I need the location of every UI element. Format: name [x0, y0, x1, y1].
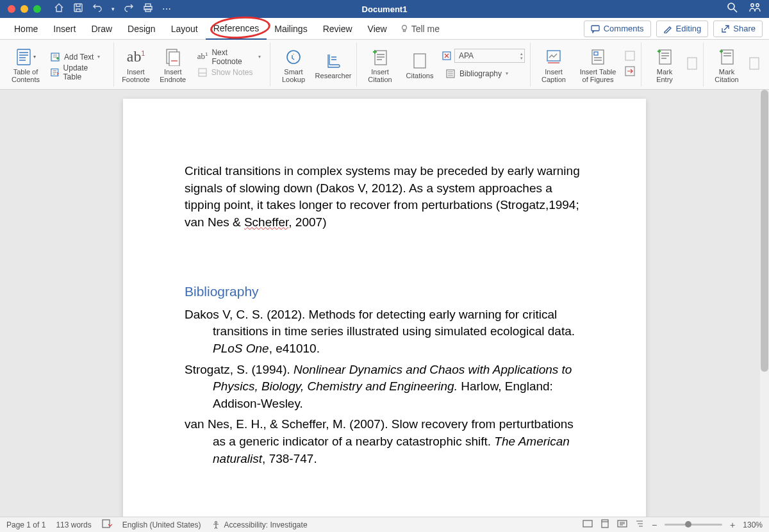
tab-view[interactable]: View — [360, 18, 395, 40]
tab-references[interactable]: References — [206, 18, 267, 40]
title-right — [727, 2, 761, 16]
update-table-button[interactable]: Update Table — [46, 65, 108, 79]
tab-design[interactable]: Design — [120, 18, 163, 40]
document-canvas[interactable]: Critical transitions in complex systems … — [0, 90, 769, 517]
svg-rect-26 — [688, 58, 697, 69]
editing-button[interactable]: Editing — [656, 21, 709, 37]
bibliography-button[interactable]: Bibliography ▾ — [442, 67, 525, 81]
print-layout-icon[interactable] — [600, 519, 609, 530]
tab-insert[interactable]: Insert — [45, 18, 83, 40]
zoom-value[interactable]: 130% — [743, 520, 763, 529]
insert-citation-label: Insert Citation — [368, 68, 392, 83]
undo-icon[interactable] — [92, 3, 103, 15]
quick-access-toolbar: ▾ ⋯ — [54, 3, 171, 15]
next-footnote-icon: ab1 — [197, 51, 208, 62]
insert-index-icon[interactable] — [686, 56, 698, 73]
mark-entry-button[interactable]: Mark Entry — [647, 44, 682, 86]
toc-label: Table of Contents — [12, 68, 40, 83]
bib-entry-2[interactable]: Strogatz, S. (1994). Nonlinear Dynamics … — [185, 362, 584, 413]
bulb-icon — [400, 24, 409, 33]
insert-toa-icon[interactable] — [748, 56, 760, 73]
comments-button[interactable]: Comments — [584, 21, 651, 37]
title-bar: ▾ ⋯ Document1 — [0, 0, 769, 18]
accessibility-status[interactable]: Accessibility: Investigate — [211, 520, 308, 529]
svg-rect-31 — [583, 520, 592, 527]
chevron-down-icon[interactable]: ▾ — [112, 6, 115, 12]
more-icon[interactable]: ⋯ — [162, 4, 171, 14]
group-citations: Insert Citation Citations APA ▴▾ Bibliog… — [357, 42, 531, 87]
cross-ference-icon[interactable] — [624, 65, 636, 79]
redo-icon[interactable] — [124, 3, 134, 15]
insert-footnote-button[interactable]: ab1 Insert Footnote — [119, 44, 153, 86]
accessibility-icon — [211, 520, 220, 529]
researcher-button[interactable]: Researcher — [315, 44, 351, 86]
home-icon[interactable] — [54, 3, 64, 15]
focus-mode-icon[interactable] — [583, 520, 593, 529]
tell-me[interactable]: Tell me — [400, 24, 440, 34]
status-language[interactable]: English (United States) — [122, 520, 201, 529]
show-notes-button[interactable]: Show Notes — [194, 65, 265, 79]
status-words[interactable]: 113 words — [56, 520, 91, 529]
status-page[interactable]: Page 1 of 1 — [6, 520, 45, 529]
scrollbar-thumb[interactable] — [761, 90, 768, 372]
svg-rect-32 — [602, 520, 608, 528]
tab-mailings[interactable]: Mailings — [267, 18, 315, 40]
zoom-out-icon[interactable]: − — [652, 520, 657, 530]
bib-entry-1[interactable]: Dakos V, C. S. (2012). Methods for detec… — [185, 306, 584, 358]
share-button[interactable]: Share — [713, 21, 763, 37]
para-text-2: , 2007) — [288, 215, 326, 229]
citation-style-combo[interactable]: APA ▴▾ — [454, 49, 525, 63]
comment-icon — [591, 24, 600, 33]
next-footnote-label: Next Footnote — [211, 48, 254, 66]
svg-rect-22 — [594, 52, 598, 55]
save-icon[interactable] — [73, 3, 83, 15]
document-page[interactable]: Critical transitions in complex systems … — [123, 99, 646, 517]
add-text-button[interactable]: Add Text ▾ — [46, 50, 108, 64]
svg-rect-13 — [169, 52, 179, 66]
svg-rect-0 — [74, 4, 82, 12]
web-layout-icon[interactable] — [617, 520, 627, 529]
svg-point-6 — [756, 4, 759, 6]
bib-entry-3[interactable]: van Nes, E. H., & Scheffer, M. (2007). S… — [185, 416, 584, 467]
citations-icon — [412, 52, 427, 70]
body-paragraph[interactable]: Critical transitions in complex systems … — [185, 163, 584, 231]
vertical-scrollbar[interactable] — [760, 90, 769, 517]
table-of-contents-button[interactable]: ▾ Table of Contents — [9, 44, 42, 86]
zoom-slider[interactable] — [665, 524, 722, 526]
group-footnotes: ab1 Insert Footnote Insert Endnote ab1 N… — [114, 42, 270, 87]
svg-rect-8 — [591, 26, 599, 31]
researcher-icon — [325, 52, 342, 70]
svg-rect-3 — [145, 9, 151, 12]
maximize-window-icon[interactable] — [33, 5, 41, 13]
insert-caption-label: Insert Caption — [542, 68, 566, 83]
tab-review[interactable]: Review — [315, 18, 360, 40]
tab-home[interactable]: Home — [6, 18, 45, 40]
zoom-thumb[interactable] — [685, 521, 691, 528]
next-footnote-button[interactable]: ab1 Next Footnote ▾ — [194, 50, 265, 64]
insert-caption-button[interactable]: Insert Caption — [536, 44, 572, 86]
bibliography-heading[interactable]: Bibliography — [185, 282, 584, 301]
insert-endnote-button[interactable]: Insert Endnote — [156, 44, 190, 86]
share-people-icon[interactable] — [748, 2, 761, 16]
smart-lookup-icon — [285, 49, 302, 65]
close-window-icon[interactable] — [8, 5, 15, 13]
insert-tof-button[interactable]: Insert Table of Figures — [575, 44, 620, 86]
search-icon[interactable] — [727, 2, 738, 16]
document-title: Document1 — [362, 4, 408, 14]
group-toc: ▾ Table of Contents Add Text ▾ Update Ta… — [4, 42, 114, 87]
smart-lookup-button[interactable]: Smart Lookup — [276, 44, 311, 86]
update-tof-icon[interactable] — [624, 50, 636, 64]
citation-style-value: APA — [459, 51, 474, 60]
minimize-window-icon[interactable] — [21, 5, 28, 13]
insert-citation-button[interactable]: Insert Citation — [362, 44, 398, 86]
outline-icon[interactable] — [635, 520, 644, 529]
print-icon[interactable] — [143, 3, 153, 15]
show-notes-label: Show Notes — [211, 68, 253, 77]
zoom-in-icon[interactable]: + — [730, 520, 735, 530]
add-text-label: Add Text — [64, 53, 94, 62]
mark-citation-button[interactable]: Mark Citation — [709, 44, 745, 86]
citations-button[interactable]: Citations — [402, 44, 438, 86]
spellcheck-icon[interactable] — [102, 519, 112, 530]
tab-draw[interactable]: Draw — [83, 18, 120, 40]
tab-layout[interactable]: Layout — [163, 18, 206, 40]
